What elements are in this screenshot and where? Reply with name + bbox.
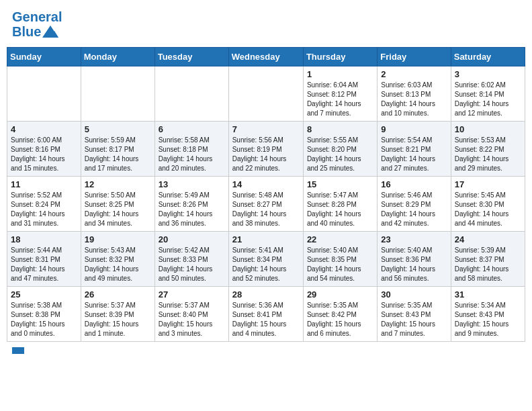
day-info: Sunrise: 5:56 AM Sunset: 8:19 PM Dayligh…: [232, 136, 300, 173]
day-number: 26: [85, 289, 151, 300]
day-number: 5: [85, 124, 151, 134]
calendar-cell: 16Sunrise: 5:46 AM Sunset: 8:29 PM Dayli…: [378, 177, 451, 232]
day-header-sunday: Sunday: [7, 48, 81, 66]
calendar-week-4: 18Sunrise: 5:44 AM Sunset: 8:31 PM Dayli…: [7, 232, 525, 287]
calendar-cell: 10Sunrise: 5:53 AM Sunset: 8:22 PM Dayli…: [451, 122, 525, 177]
calendar-cell: 1Sunrise: 6:04 AM Sunset: 8:12 PM Daylig…: [303, 66, 377, 122]
day-number: 13: [159, 179, 225, 189]
day-info: Sunrise: 5:35 AM Sunset: 8:43 PM Dayligh…: [381, 301, 447, 338]
day-info: Sunrise: 5:40 AM Sunset: 8:36 PM Dayligh…: [381, 246, 447, 283]
calendar-cell: 11Sunrise: 5:52 AM Sunset: 8:24 PM Dayli…: [7, 177, 81, 232]
day-number: 4: [11, 124, 77, 134]
logo-subtext: Blue: [12, 24, 62, 39]
calendar-cell: 29Sunrise: 5:35 AM Sunset: 8:42 PM Dayli…: [303, 287, 377, 342]
day-info: Sunrise: 5:54 AM Sunset: 8:21 PM Dayligh…: [381, 136, 447, 173]
calendar-cell: 24Sunrise: 5:39 AM Sunset: 8:37 PM Dayli…: [451, 232, 525, 287]
day-number: 23: [381, 234, 447, 244]
day-number: 15: [307, 179, 373, 189]
calendar-cell: 31Sunrise: 5:34 AM Sunset: 8:43 PM Dayli…: [451, 287, 525, 342]
day-info: Sunrise: 5:37 AM Sunset: 8:40 PM Dayligh…: [159, 301, 225, 338]
day-info: Sunrise: 5:53 AM Sunset: 8:22 PM Dayligh…: [455, 136, 521, 173]
day-number: 31: [455, 289, 521, 300]
day-info: Sunrise: 5:41 AM Sunset: 8:34 PM Dayligh…: [232, 246, 300, 283]
calendar-cell: [228, 66, 303, 122]
calendar-cell: 17Sunrise: 5:45 AM Sunset: 8:30 PM Dayli…: [451, 177, 525, 232]
day-number: 3: [455, 69, 521, 79]
day-info: Sunrise: 5:36 AM Sunset: 8:41 PM Dayligh…: [232, 301, 300, 338]
calendar-header-row: SundayMondayTuesdayWednesdayThursdayFrid…: [7, 48, 525, 66]
day-number: 8: [307, 124, 373, 134]
day-info: Sunrise: 5:39 AM Sunset: 8:37 PM Dayligh…: [455, 246, 521, 283]
day-info: Sunrise: 6:04 AM Sunset: 8:12 PM Dayligh…: [307, 81, 373, 118]
day-number: 11: [11, 179, 77, 189]
day-number: 1: [307, 69, 373, 79]
day-number: 2: [381, 69, 447, 79]
day-info: Sunrise: 5:40 AM Sunset: 8:35 PM Dayligh…: [307, 246, 373, 283]
day-header-thursday: Thursday: [303, 48, 377, 66]
calendar-cell: 8Sunrise: 5:55 AM Sunset: 8:20 PM Daylig…: [303, 122, 377, 177]
calendar-cell: 5Sunrise: 5:59 AM Sunset: 8:17 PM Daylig…: [81, 122, 154, 177]
calendar-cell: 3Sunrise: 6:02 AM Sunset: 8:14 PM Daylig…: [451, 66, 525, 122]
calendar-cell: 25Sunrise: 5:38 AM Sunset: 8:38 PM Dayli…: [7, 287, 81, 342]
day-info: Sunrise: 5:59 AM Sunset: 8:17 PM Dayligh…: [85, 136, 151, 173]
day-number: 7: [232, 124, 300, 134]
calendar-table: SundayMondayTuesdayWednesdayThursdayFrid…: [7, 47, 525, 342]
calendar-cell: 22Sunrise: 5:40 AM Sunset: 8:35 PM Dayli…: [303, 232, 377, 287]
day-info: Sunrise: 5:55 AM Sunset: 8:20 PM Dayligh…: [307, 136, 373, 173]
calendar-cell: 19Sunrise: 5:43 AM Sunset: 8:32 PM Dayli…: [81, 232, 154, 287]
calendar-cell: 6Sunrise: 5:58 AM Sunset: 8:18 PM Daylig…: [154, 122, 228, 177]
day-info: Sunrise: 5:47 AM Sunset: 8:28 PM Dayligh…: [307, 191, 373, 228]
day-info: Sunrise: 5:38 AM Sunset: 8:38 PM Dayligh…: [11, 301, 77, 338]
day-header-friday: Friday: [378, 48, 451, 66]
day-number: 18: [11, 234, 77, 244]
day-info: Sunrise: 5:37 AM Sunset: 8:39 PM Dayligh…: [85, 301, 151, 338]
day-number: 20: [159, 234, 225, 244]
day-info: Sunrise: 5:34 AM Sunset: 8:43 PM Dayligh…: [455, 301, 521, 338]
day-number: 29: [307, 289, 373, 300]
day-info: Sunrise: 5:42 AM Sunset: 8:33 PM Dayligh…: [159, 246, 225, 283]
calendar-cell: [81, 66, 154, 122]
day-info: Sunrise: 6:03 AM Sunset: 8:13 PM Dayligh…: [381, 81, 447, 118]
day-number: 27: [159, 289, 225, 300]
day-info: Sunrise: 5:58 AM Sunset: 8:18 PM Dayligh…: [159, 136, 225, 173]
logo: General Blue: [12, 9, 62, 39]
calendar-cell: 14Sunrise: 5:48 AM Sunset: 8:27 PM Dayli…: [228, 177, 303, 232]
day-info: Sunrise: 5:43 AM Sunset: 8:32 PM Dayligh…: [85, 246, 151, 283]
day-header-tuesday: Tuesday: [154, 48, 228, 66]
day-number: 25: [11, 289, 77, 300]
calendar-cell: 30Sunrise: 5:35 AM Sunset: 8:43 PM Dayli…: [378, 287, 451, 342]
calendar-cell: 13Sunrise: 5:49 AM Sunset: 8:26 PM Dayli…: [154, 177, 228, 232]
calendar-cell: 4Sunrise: 6:00 AM Sunset: 8:16 PM Daylig…: [7, 122, 81, 177]
calendar-cell: 15Sunrise: 5:47 AM Sunset: 8:28 PM Dayli…: [303, 177, 377, 232]
logo-text: General: [12, 9, 62, 24]
calendar-cell: [7, 66, 81, 122]
calendar-cell: 20Sunrise: 5:42 AM Sunset: 8:33 PM Dayli…: [154, 232, 228, 287]
calendar-week-3: 11Sunrise: 5:52 AM Sunset: 8:24 PM Dayli…: [7, 177, 525, 232]
calendar-cell: [154, 66, 228, 122]
day-number: 14: [232, 179, 300, 189]
calendar-cell: 23Sunrise: 5:40 AM Sunset: 8:36 PM Dayli…: [378, 232, 451, 287]
day-info: Sunrise: 5:35 AM Sunset: 8:42 PM Dayligh…: [307, 301, 373, 338]
calendar-week-5: 25Sunrise: 5:38 AM Sunset: 8:38 PM Dayli…: [7, 287, 525, 342]
calendar-week-1: 1Sunrise: 6:04 AM Sunset: 8:12 PM Daylig…: [7, 66, 525, 122]
calendar-cell: 26Sunrise: 5:37 AM Sunset: 8:39 PM Dayli…: [81, 287, 154, 342]
day-info: Sunrise: 5:50 AM Sunset: 8:25 PM Dayligh…: [85, 191, 151, 228]
calendar-week-2: 4Sunrise: 6:00 AM Sunset: 8:16 PM Daylig…: [7, 122, 525, 177]
day-number: 6: [159, 124, 225, 134]
day-info: Sunrise: 5:44 AM Sunset: 8:31 PM Dayligh…: [11, 246, 77, 283]
calendar-cell: 9Sunrise: 5:54 AM Sunset: 8:21 PM Daylig…: [378, 122, 451, 177]
logo-icon: [42, 26, 58, 38]
day-number: 28: [232, 289, 300, 300]
day-number: 16: [381, 179, 447, 189]
day-info: Sunrise: 5:48 AM Sunset: 8:27 PM Dayligh…: [232, 191, 300, 228]
day-info: Sunrise: 6:02 AM Sunset: 8:14 PM Dayligh…: [455, 81, 521, 118]
day-number: 19: [85, 234, 151, 244]
daylight-bar: [12, 347, 24, 354]
day-info: Sunrise: 5:49 AM Sunset: 8:26 PM Dayligh…: [159, 191, 225, 228]
day-number: 30: [381, 289, 447, 300]
day-info: Sunrise: 5:52 AM Sunset: 8:24 PM Dayligh…: [11, 191, 77, 228]
calendar-cell: 28Sunrise: 5:36 AM Sunset: 8:41 PM Dayli…: [228, 287, 303, 342]
day-number: 22: [307, 234, 373, 244]
day-number: 12: [85, 179, 151, 189]
calendar-cell: 27Sunrise: 5:37 AM Sunset: 8:40 PM Dayli…: [154, 287, 228, 342]
